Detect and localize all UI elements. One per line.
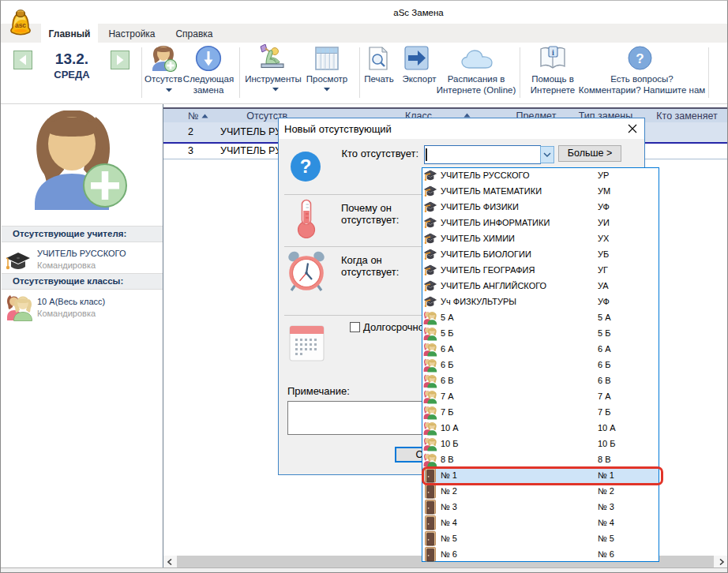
svg-text:?: ? — [636, 51, 644, 66]
svg-text:?: ? — [300, 155, 312, 177]
svg-text:i: i — [552, 48, 554, 57]
svg-text:asc: asc — [15, 21, 26, 29]
